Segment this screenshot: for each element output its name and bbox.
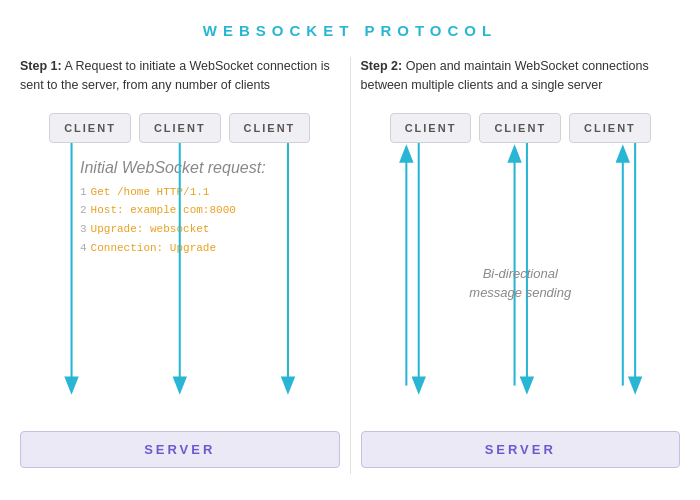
panel-step2: Step 2: Open and maintain WebSocket conn… xyxy=(361,57,681,474)
client-box-5: CLIENT xyxy=(479,113,561,143)
server-box-2: SERVER xyxy=(361,431,681,474)
panel-step1: Step 1: A Request to initiate a WebSocke… xyxy=(20,57,340,474)
step2-label: Step 2: Open and maintain WebSocket conn… xyxy=(361,57,681,95)
panel-divider xyxy=(350,57,351,474)
arrows-svg-1 xyxy=(20,143,340,432)
step1-label: Step 1: A Request to initiate a WebSocke… xyxy=(20,57,340,95)
client-box-1: CLIENT xyxy=(49,113,131,143)
server-box-1: SERVER xyxy=(20,431,340,474)
page-title: WEBSOCKET PROTOCOL xyxy=(0,0,700,39)
clients-row-1: CLIENT CLIENT CLIENT xyxy=(20,113,340,143)
client-box-2: CLIENT xyxy=(139,113,221,143)
client-box-6: CLIENT xyxy=(569,113,651,143)
bidirectional-label: Bi-directionalmessage sending xyxy=(469,263,571,302)
client-box-4: CLIENT xyxy=(390,113,472,143)
clients-row-2: CLIENT CLIENT CLIENT xyxy=(361,113,681,143)
client-box-3: CLIENT xyxy=(229,113,311,143)
